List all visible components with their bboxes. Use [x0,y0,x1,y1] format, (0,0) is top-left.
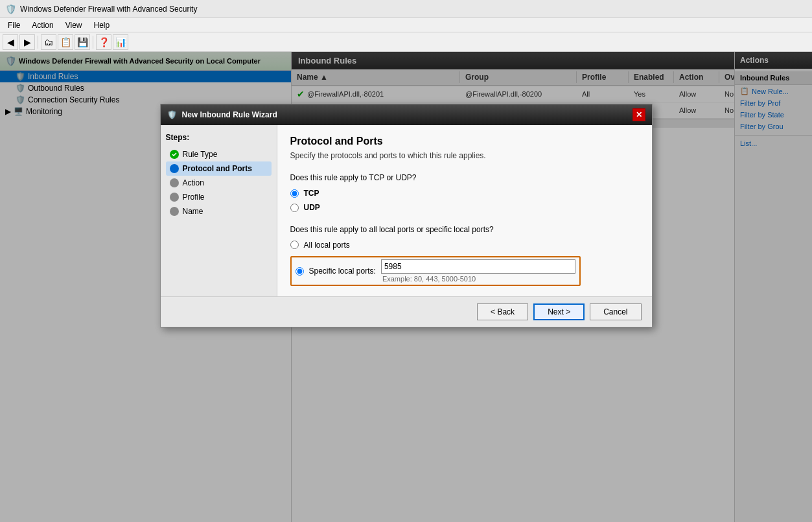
svg-point-1 [171,165,178,172]
wizard-footer: < Back Next > Cancel [161,296,652,327]
all-ports-option: All local ports [290,241,639,250]
step-dot-profile [170,193,179,202]
svg-point-4 [171,208,178,215]
page-description: Specify the protocols and ports to which… [290,151,639,160]
port-input[interactable] [381,259,575,274]
step-profile[interactable]: Profile [166,190,272,204]
specific-ports-wrapper: Specific local ports: Example: 80, 443, … [290,256,581,286]
specific-ports-label[interactable]: Specific local ports: [309,267,376,276]
step-protocol-ports[interactable]: Protocol and Ports [166,161,272,176]
menu-file[interactable]: File [3,19,25,31]
toolbar-save-btn[interactable]: 💾 [75,34,90,50]
page-title: Protocol and Ports [290,136,639,147]
udp-label: UDP [304,203,320,212]
step-action-label: Action [183,178,204,187]
wizard-content: Protocol and Ports Specify the protocols… [277,125,652,296]
title-bar: 🛡️ Windows Defender Firewall with Advanc… [0,0,812,18]
toolbar-chart-btn[interactable]: 📊 [113,34,128,50]
wizard-dialog: 🛡️ New Inbound Rule Wizard ✕ Steps: Rule… [160,104,653,327]
port-options: All local ports Specific local ports: Ex… [290,241,639,286]
toolbar: ◀ ▶ 🗂 📋 💾 ❓ 📊 [0,32,812,52]
steps-label: Steps: [166,133,272,142]
app-icon: 🛡️ [5,4,16,14]
toolbar-back-btn[interactable]: ◀ [3,34,18,50]
toolbar-copy-btn[interactable]: 📋 [58,34,73,50]
tcp-udp-group: TCP UDP [290,189,639,212]
modal-overlay: 🛡️ New Inbound Rule Wizard ✕ Steps: Rule… [0,52,812,522]
ports-question: Does this rule apply to all local ports … [290,225,639,234]
port-hint: Example: 80, 443, 5000-5010 [381,275,575,283]
all-ports-radio[interactable] [290,241,299,249]
wizard-title-bar: 🛡️ New Inbound Rule Wizard ✕ [161,104,652,125]
svg-point-3 [171,194,178,200]
toolbar-forward-btn[interactable]: ▶ [19,34,35,50]
step-name-label: Name [183,207,203,216]
cancel-button[interactable]: Cancel [590,303,641,320]
step-profile-label: Profile [183,193,205,202]
toolbar-sep2 [93,36,93,49]
udp-radio[interactable] [290,204,299,212]
step-rule-type[interactable]: Rule Type [166,147,272,161]
toolbar-folder-btn[interactable]: 🗂 [41,34,56,50]
all-ports-label[interactable]: All local ports [304,241,350,250]
wizard-icon: 🛡️ [167,110,177,119]
toolbar-sep1 [38,36,38,49]
tcp-option[interactable]: TCP [290,189,639,198]
specific-ports-option: Specific local ports: Example: 80, 443, … [290,256,639,286]
tcp-radio[interactable] [290,189,299,198]
step-rule-type-label: Rule Type [183,150,218,159]
wizard-title: New Inbound Rule Wizard [182,110,277,119]
menu-bar: File Action View Help [0,18,812,32]
toolbar-help-btn[interactable]: ❓ [96,34,111,50]
menu-view[interactable]: View [60,19,87,31]
back-button[interactable]: < Back [477,303,528,320]
step-protocol-label: Protocol and Ports [183,164,252,173]
tcp-label: TCP [304,189,319,198]
next-button[interactable]: Next > [533,303,585,320]
step-name[interactable]: Name [166,204,272,219]
svg-point-2 [171,180,178,186]
step-dot-action [170,178,179,187]
wizard-body: Steps: Rule Type Protocol and Ports [161,125,652,296]
close-button[interactable]: ✕ [632,108,645,121]
menu-help[interactable]: Help [89,19,115,31]
menu-action[interactable]: Action [27,19,58,31]
udp-option[interactable]: UDP [290,203,639,212]
port-input-wrapper: Example: 80, 443, 5000-5010 [381,259,575,283]
step-dot-rule-type [170,150,179,159]
step-action[interactable]: Action [166,176,272,190]
step-dot-protocol [170,164,179,173]
wizard-steps-panel: Steps: Rule Type Protocol and Ports [161,125,277,296]
step-dot-name [170,207,179,216]
specific-ports-radio[interactable] [296,267,304,276]
tcp-udp-question: Does this rule apply to TCP or UDP? [290,173,639,182]
app-title: Windows Defender Firewall with Advanced … [20,5,197,14]
